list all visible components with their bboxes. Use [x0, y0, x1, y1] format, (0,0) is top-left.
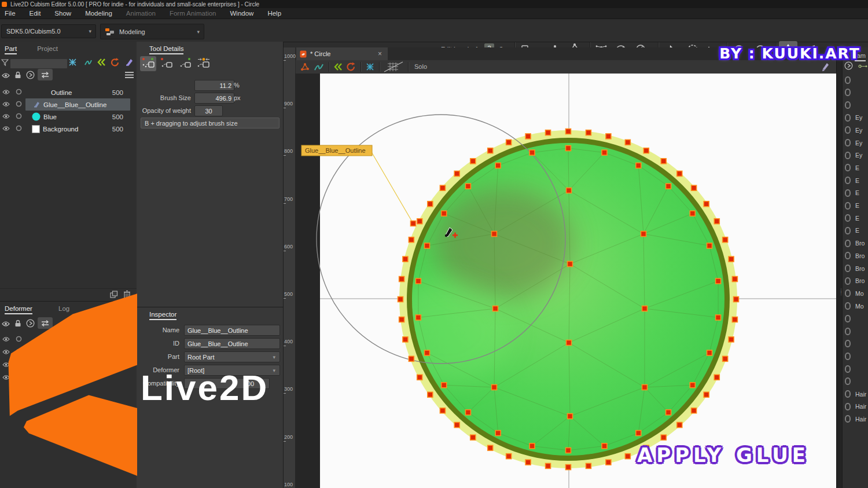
visibility-toggle[interactable]: [2, 375, 10, 381]
expand-all-icon[interactable]: [844, 61, 853, 71]
parameter-row[interactable]: [845, 74, 855, 86]
mesh-vertex[interactable]: [716, 315, 721, 320]
mesh-vertex[interactable]: [690, 211, 695, 216]
lock-column-icon[interactable]: [14, 71, 21, 80]
mesh-vertex[interactable]: [723, 356, 728, 361]
brush-size-input[interactable]: 496.9: [194, 93, 234, 104]
part-row-glue__blue__outline[interactable]: Glue__Blue__Outline: [0, 98, 137, 111]
glue-weight-red-mode-button[interactable]: [159, 56, 175, 71]
panel-menu-icon[interactable]: [125, 71, 134, 80]
mesh-vertex[interactable]: [398, 297, 403, 302]
mesh-vertex[interactable]: [606, 134, 611, 139]
parameter-row[interactable]: [845, 363, 855, 375]
menu-form-animation[interactable]: Form Animation: [170, 10, 216, 17]
mesh-vertex[interactable]: [399, 317, 404, 322]
mesh-vertex[interactable]: [586, 463, 591, 468]
parameter-row[interactable]: Ey: [845, 149, 862, 161]
mesh-vertex[interactable]: [602, 150, 607, 155]
parameter-row[interactable]: [845, 350, 855, 362]
mesh-vertex[interactable]: [723, 237, 728, 243]
mesh-vertex[interactable]: [403, 256, 408, 262]
mesh-vertex[interactable]: [568, 414, 573, 419]
mesh-vertex[interactable]: [488, 148, 493, 153]
expand-all-icon[interactable]: [26, 319, 35, 329]
lock-toggle[interactable]: [16, 89, 22, 96]
mesh-vertex[interactable]: [465, 184, 470, 189]
mesh-vertex[interactable]: [714, 375, 719, 380]
mesh-vertex[interactable]: [428, 392, 433, 397]
mesh-vertex[interactable]: [602, 443, 607, 449]
mesh-vertex[interactable]: [642, 385, 648, 390]
mesh-vertex[interactable]: [692, 185, 697, 190]
sdk-version-select[interactable]: SDK5.0/Cubism5.0 ▾: [1, 24, 96, 38]
mesh-vertex[interactable]: [411, 221, 416, 226]
canvas-viewport[interactable]: Glue__Blue__Outline: [295, 74, 836, 488]
parameter-row[interactable]: E: [845, 162, 859, 174]
id-input[interactable]: Glue__Blue__Outline: [184, 338, 280, 349]
mesh-vertex[interactable]: [707, 350, 712, 355]
glue-weight-green-mode-button[interactable]: [177, 56, 193, 71]
mesh-vertex[interactable]: [440, 408, 445, 413]
menu-animation[interactable]: Animation: [126, 10, 156, 17]
deformer-display-icon[interactable]: [333, 62, 343, 73]
lock-toggle[interactable]: [16, 125, 22, 133]
close-icon[interactable]: ×: [378, 50, 382, 58]
mesh-vertex[interactable]: [493, 306, 498, 311]
mesh-vertex[interactable]: [525, 460, 531, 465]
menu-edit[interactable]: Edit: [30, 10, 41, 17]
part-select[interactable]: Root Part ▾: [184, 351, 280, 362]
parameter-row[interactable]: Ey: [845, 137, 862, 149]
parameter-row[interactable]: Hair: [845, 388, 866, 400]
mesh-vertex[interactable]: [454, 171, 459, 176]
mesh-vertex[interactable]: [732, 277, 737, 282]
parameter-row[interactable]: E: [845, 187, 859, 199]
parameter-row[interactable]: Ey: [845, 124, 862, 136]
parameter-row[interactable]: Ey: [845, 112, 862, 123]
parameter-row[interactable]: [845, 376, 855, 387]
mesh-vertex[interactable]: [692, 408, 697, 413]
menu-help[interactable]: Help: [267, 10, 281, 17]
mesh-vertex[interactable]: [625, 454, 630, 459]
rotation-display-icon[interactable]: [346, 62, 356, 72]
parameter-row[interactable]: [845, 325, 855, 337]
mesh-vertex[interactable]: [732, 317, 737, 322]
mesh-vertex[interactable]: [643, 148, 649, 153]
part-row-background[interactable]: Background500: [0, 123, 137, 135]
tab-deformer[interactable]: Deformer: [5, 305, 32, 314]
mesh-vertex[interactable]: [636, 431, 641, 436]
parameter-row[interactable]: E: [845, 225, 859, 236]
mesh-vertex[interactable]: [492, 385, 497, 390]
mesh-vertex[interactable]: [734, 297, 739, 302]
menu-modeling[interactable]: Modeling: [85, 10, 112, 17]
menu-window[interactable]: Window: [230, 10, 253, 17]
lock-column-icon[interactable]: [14, 320, 21, 328]
glue-weight-center-mode-button[interactable]: [196, 56, 212, 71]
glue-filter-icon[interactable]: [125, 58, 134, 68]
mesh-vertex[interactable]: [495, 431, 501, 436]
lock-toggle[interactable]: [16, 336, 22, 343]
mesh-vertex[interactable]: [546, 463, 551, 468]
mesh-vertex[interactable]: [677, 171, 682, 176]
document-tab-circle[interactable]: * Circle ×: [296, 47, 388, 60]
mesh-vertex[interactable]: [492, 232, 497, 237]
lock-toggle[interactable]: [16, 101, 22, 108]
tab-project[interactable]: Project: [37, 45, 58, 52]
visibility-toggle[interactable]: [2, 126, 10, 133]
tab-part[interactable]: Part: [5, 45, 17, 54]
mesh-vertex[interactable]: [428, 201, 433, 207]
parameter-row[interactable]: Bro: [845, 250, 865, 262]
mesh-vertex[interactable]: [424, 243, 429, 248]
parameter-row[interactable]: Hair: [845, 401, 866, 412]
solo-toggle[interactable]: Solo: [414, 63, 427, 70]
mesh-vertex[interactable]: [470, 159, 476, 164]
expand-all-icon[interactable]: [26, 71, 35, 80]
mesh-vertex[interactable]: [716, 278, 721, 284]
mesh-vertex[interactable]: [440, 185, 445, 190]
mesh-vertex[interactable]: [636, 163, 641, 168]
parameter-row[interactable]: [845, 99, 855, 111]
grid-toggle-icon[interactable]: [383, 61, 404, 74]
mesh-vertex[interactable]: [566, 448, 571, 453]
workspace-select[interactable]: Modeling ▾: [100, 24, 204, 39]
mesh-vertex[interactable]: [495, 163, 501, 168]
mesh-vertex[interactable]: [399, 277, 404, 282]
